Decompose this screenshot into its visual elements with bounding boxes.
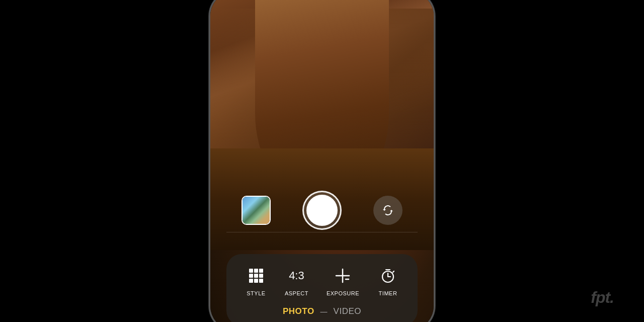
- grid-style-icon: [249, 269, 263, 283]
- mode-row: PHOTO — VIDEO: [231, 304, 413, 316]
- exposure-icon: [332, 265, 353, 286]
- aspect-value: 4:3: [289, 270, 304, 281]
- style-icon: [246, 265, 267, 286]
- timer-label: TIMER: [379, 290, 397, 296]
- controls-divider: [226, 232, 418, 232]
- timer-control[interactable]: TIMER: [377, 265, 398, 296]
- video-mode-button[interactable]: VIDEO: [334, 306, 361, 316]
- svg-line-7: [393, 271, 394, 272]
- scene: STYLE 4:3 ASPECT: [0, 0, 644, 322]
- shutter-inner: [306, 195, 338, 226]
- shutter-row: [226, 191, 418, 230]
- aspect-icon: 4:3: [286, 265, 307, 286]
- phone-frame: STYLE 4:3 ASPECT: [209, 0, 435, 322]
- controls-icon-row: STYLE 4:3 ASPECT: [231, 265, 413, 296]
- exposure-svg-icon: [335, 268, 350, 283]
- flip-icon: [381, 203, 395, 217]
- controls-bar: STYLE 4:3 ASPECT: [226, 254, 418, 322]
- shutter-button[interactable]: [302, 191, 342, 230]
- gallery-image: [243, 197, 270, 224]
- aspect-control[interactable]: 4:3 ASPECT: [285, 265, 308, 296]
- timer-icon: [377, 265, 398, 286]
- photo-mode-button[interactable]: PHOTO: [283, 306, 314, 316]
- flip-camera-button[interactable]: [373, 196, 403, 225]
- exposure-control[interactable]: EXPOSURE: [327, 265, 359, 296]
- gallery-thumbnail[interactable]: [242, 196, 271, 225]
- aspect-label: ASPECT: [285, 290, 308, 296]
- timer-svg-icon: [380, 268, 395, 283]
- exposure-label: EXPOSURE: [327, 290, 359, 296]
- style-label: STYLE: [247, 290, 265, 296]
- style-control[interactable]: STYLE: [246, 265, 267, 296]
- mode-divider: —: [320, 307, 328, 315]
- watermark: fpt.: [591, 288, 614, 307]
